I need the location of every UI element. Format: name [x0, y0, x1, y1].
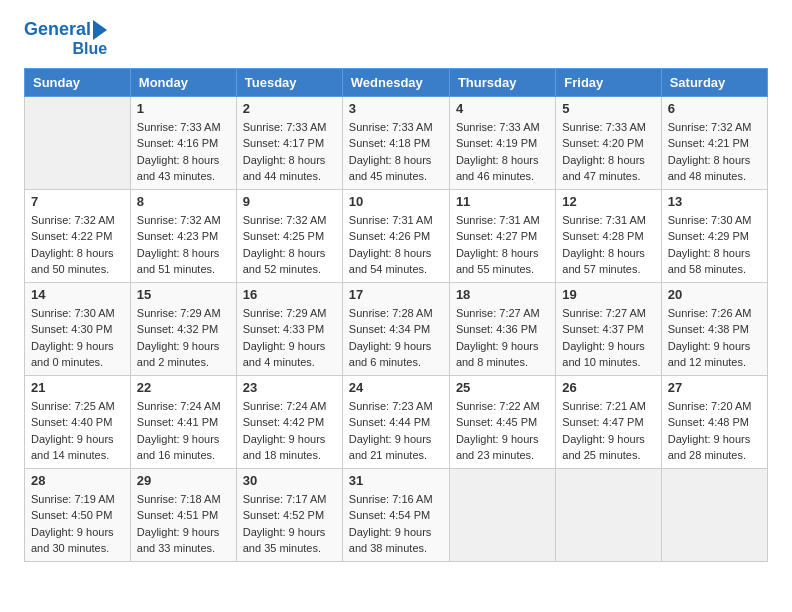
calendar-day-cell: 9Sunrise: 7:32 AMSunset: 4:25 PMDaylight…	[236, 189, 342, 282]
calendar-week-row: 28Sunrise: 7:19 AMSunset: 4:50 PMDayligh…	[25, 468, 768, 561]
calendar-day-header: Wednesday	[342, 68, 449, 96]
day-number: 17	[349, 287, 443, 302]
day-info: Sunrise: 7:32 AMSunset: 4:23 PMDaylight:…	[137, 212, 230, 278]
day-info: Sunrise: 7:33 AMSunset: 4:20 PMDaylight:…	[562, 119, 654, 185]
day-number: 27	[668, 380, 761, 395]
day-number: 26	[562, 380, 654, 395]
logo-text-blue: Blue	[72, 40, 107, 58]
day-info: Sunrise: 7:29 AMSunset: 4:33 PMDaylight:…	[243, 305, 336, 371]
day-info: Sunrise: 7:30 AMSunset: 4:30 PMDaylight:…	[31, 305, 124, 371]
calendar-day-cell: 20Sunrise: 7:26 AMSunset: 4:38 PMDayligh…	[661, 282, 767, 375]
day-number: 11	[456, 194, 549, 209]
day-info: Sunrise: 7:33 AMSunset: 4:17 PMDaylight:…	[243, 119, 336, 185]
day-info: Sunrise: 7:17 AMSunset: 4:52 PMDaylight:…	[243, 491, 336, 557]
calendar-day-cell: 2Sunrise: 7:33 AMSunset: 4:17 PMDaylight…	[236, 96, 342, 189]
calendar-day-cell	[661, 468, 767, 561]
day-info: Sunrise: 7:30 AMSunset: 4:29 PMDaylight:…	[668, 212, 761, 278]
logo: General Blue	[24, 20, 107, 58]
day-number: 18	[456, 287, 549, 302]
calendar-header-row: SundayMondayTuesdayWednesdayThursdayFrid…	[25, 68, 768, 96]
day-number: 31	[349, 473, 443, 488]
day-info: Sunrise: 7:24 AMSunset: 4:41 PMDaylight:…	[137, 398, 230, 464]
calendar-day-cell: 24Sunrise: 7:23 AMSunset: 4:44 PMDayligh…	[342, 375, 449, 468]
day-info: Sunrise: 7:27 AMSunset: 4:37 PMDaylight:…	[562, 305, 654, 371]
calendar-day-cell: 13Sunrise: 7:30 AMSunset: 4:29 PMDayligh…	[661, 189, 767, 282]
calendar-day-cell: 27Sunrise: 7:20 AMSunset: 4:48 PMDayligh…	[661, 375, 767, 468]
calendar-week-row: 7Sunrise: 7:32 AMSunset: 4:22 PMDaylight…	[25, 189, 768, 282]
day-number: 2	[243, 101, 336, 116]
day-info: Sunrise: 7:24 AMSunset: 4:42 PMDaylight:…	[243, 398, 336, 464]
calendar-week-row: 1Sunrise: 7:33 AMSunset: 4:16 PMDaylight…	[25, 96, 768, 189]
day-info: Sunrise: 7:33 AMSunset: 4:18 PMDaylight:…	[349, 119, 443, 185]
calendar-day-header: Friday	[556, 68, 661, 96]
day-info: Sunrise: 7:19 AMSunset: 4:50 PMDaylight:…	[31, 491, 124, 557]
day-number: 3	[349, 101, 443, 116]
calendar-day-cell: 6Sunrise: 7:32 AMSunset: 4:21 PMDaylight…	[661, 96, 767, 189]
day-info: Sunrise: 7:29 AMSunset: 4:32 PMDaylight:…	[137, 305, 230, 371]
calendar-week-row: 14Sunrise: 7:30 AMSunset: 4:30 PMDayligh…	[25, 282, 768, 375]
day-info: Sunrise: 7:20 AMSunset: 4:48 PMDaylight:…	[668, 398, 761, 464]
calendar-day-cell: 31Sunrise: 7:16 AMSunset: 4:54 PMDayligh…	[342, 468, 449, 561]
day-info: Sunrise: 7:21 AMSunset: 4:47 PMDaylight:…	[562, 398, 654, 464]
day-info: Sunrise: 7:33 AMSunset: 4:16 PMDaylight:…	[137, 119, 230, 185]
calendar-day-header: Thursday	[449, 68, 555, 96]
day-info: Sunrise: 7:25 AMSunset: 4:40 PMDaylight:…	[31, 398, 124, 464]
calendar-day-cell: 22Sunrise: 7:24 AMSunset: 4:41 PMDayligh…	[130, 375, 236, 468]
day-number: 20	[668, 287, 761, 302]
calendar-day-cell: 28Sunrise: 7:19 AMSunset: 4:50 PMDayligh…	[25, 468, 131, 561]
day-number: 15	[137, 287, 230, 302]
day-info: Sunrise: 7:18 AMSunset: 4:51 PMDaylight:…	[137, 491, 230, 557]
calendar-day-cell: 26Sunrise: 7:21 AMSunset: 4:47 PMDayligh…	[556, 375, 661, 468]
day-number: 9	[243, 194, 336, 209]
calendar-day-cell: 17Sunrise: 7:28 AMSunset: 4:34 PMDayligh…	[342, 282, 449, 375]
day-number: 28	[31, 473, 124, 488]
day-info: Sunrise: 7:31 AMSunset: 4:27 PMDaylight:…	[456, 212, 549, 278]
day-number: 22	[137, 380, 230, 395]
day-info: Sunrise: 7:23 AMSunset: 4:44 PMDaylight:…	[349, 398, 443, 464]
calendar-day-cell: 25Sunrise: 7:22 AMSunset: 4:45 PMDayligh…	[449, 375, 555, 468]
day-info: Sunrise: 7:22 AMSunset: 4:45 PMDaylight:…	[456, 398, 549, 464]
logo-text-general: General	[24, 20, 91, 40]
calendar-day-header: Monday	[130, 68, 236, 96]
day-info: Sunrise: 7:32 AMSunset: 4:21 PMDaylight:…	[668, 119, 761, 185]
day-info: Sunrise: 7:28 AMSunset: 4:34 PMDaylight:…	[349, 305, 443, 371]
calendar-day-cell: 4Sunrise: 7:33 AMSunset: 4:19 PMDaylight…	[449, 96, 555, 189]
day-number: 13	[668, 194, 761, 209]
calendar-day-cell: 19Sunrise: 7:27 AMSunset: 4:37 PMDayligh…	[556, 282, 661, 375]
day-number: 23	[243, 380, 336, 395]
day-number: 19	[562, 287, 654, 302]
day-number: 14	[31, 287, 124, 302]
day-number: 16	[243, 287, 336, 302]
calendar-day-cell: 1Sunrise: 7:33 AMSunset: 4:16 PMDaylight…	[130, 96, 236, 189]
day-number: 10	[349, 194, 443, 209]
calendar-day-header: Saturday	[661, 68, 767, 96]
day-info: Sunrise: 7:16 AMSunset: 4:54 PMDaylight:…	[349, 491, 443, 557]
calendar-day-cell: 8Sunrise: 7:32 AMSunset: 4:23 PMDaylight…	[130, 189, 236, 282]
calendar-day-cell	[449, 468, 555, 561]
calendar-day-cell	[556, 468, 661, 561]
day-number: 5	[562, 101, 654, 116]
day-info: Sunrise: 7:26 AMSunset: 4:38 PMDaylight:…	[668, 305, 761, 371]
day-info: Sunrise: 7:27 AMSunset: 4:36 PMDaylight:…	[456, 305, 549, 371]
calendar-day-cell: 7Sunrise: 7:32 AMSunset: 4:22 PMDaylight…	[25, 189, 131, 282]
calendar-day-cell: 16Sunrise: 7:29 AMSunset: 4:33 PMDayligh…	[236, 282, 342, 375]
calendar-day-header: Tuesday	[236, 68, 342, 96]
calendar-day-cell: 18Sunrise: 7:27 AMSunset: 4:36 PMDayligh…	[449, 282, 555, 375]
calendar-day-cell: 10Sunrise: 7:31 AMSunset: 4:26 PMDayligh…	[342, 189, 449, 282]
day-number: 12	[562, 194, 654, 209]
day-number: 4	[456, 101, 549, 116]
day-info: Sunrise: 7:32 AMSunset: 4:25 PMDaylight:…	[243, 212, 336, 278]
day-number: 29	[137, 473, 230, 488]
calendar-day-cell: 11Sunrise: 7:31 AMSunset: 4:27 PMDayligh…	[449, 189, 555, 282]
calendar-table: SundayMondayTuesdayWednesdayThursdayFrid…	[24, 68, 768, 562]
day-number: 7	[31, 194, 124, 209]
calendar-day-cell	[25, 96, 131, 189]
day-number: 6	[668, 101, 761, 116]
calendar-day-cell: 21Sunrise: 7:25 AMSunset: 4:40 PMDayligh…	[25, 375, 131, 468]
calendar-day-cell: 12Sunrise: 7:31 AMSunset: 4:28 PMDayligh…	[556, 189, 661, 282]
calendar-week-row: 21Sunrise: 7:25 AMSunset: 4:40 PMDayligh…	[25, 375, 768, 468]
calendar-day-cell: 29Sunrise: 7:18 AMSunset: 4:51 PMDayligh…	[130, 468, 236, 561]
day-number: 8	[137, 194, 230, 209]
day-number: 24	[349, 380, 443, 395]
day-info: Sunrise: 7:33 AMSunset: 4:19 PMDaylight:…	[456, 119, 549, 185]
